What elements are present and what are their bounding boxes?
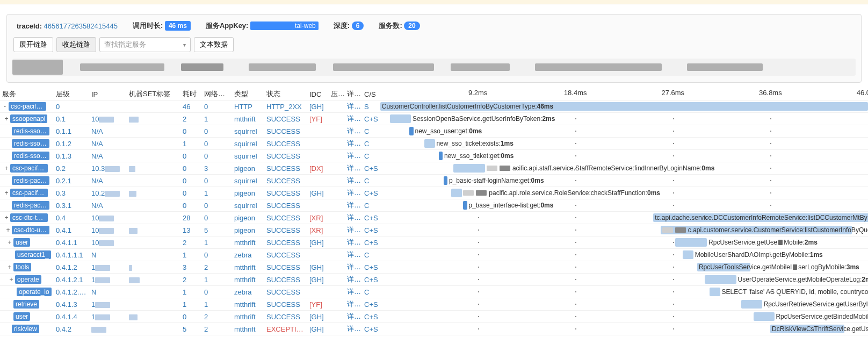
span-bar[interactable] — [451, 189, 462, 197]
ip-cell[interactable]: 10 — [89, 212, 127, 224]
service-pill[interactable]: useracct1_ — [15, 250, 51, 259]
service-pill[interactable]: csc-pacific-se — [10, 189, 48, 197]
level-cell[interactable]: 0.4.1.4 — [54, 311, 89, 323]
level-cell[interactable]: 0.4.1.2 — [54, 261, 89, 274]
level-cell[interactable]: 0.4.1.2.1.1 — [54, 286, 89, 298]
service-pill[interactable]: user — [13, 312, 30, 321]
level-cell[interactable]: 0.5 — [54, 335, 89, 338]
ip-cell[interactable]: N/A — [89, 199, 127, 212]
detail-link[interactable]: 详情 — [345, 175, 362, 187]
span-bar[interactable] — [675, 238, 707, 247]
span-bar[interactable] — [741, 300, 762, 309]
expand-toggle[interactable]: + — [7, 263, 12, 271]
ip-cell[interactable]: N/A — [89, 138, 127, 150]
detail-link[interactable]: 详情 — [345, 298, 362, 311]
span-bar[interactable] — [705, 275, 736, 284]
detail-link[interactable]: 详情 — [345, 125, 362, 138]
ip-cell[interactable]: 1 — [89, 274, 127, 286]
level-cell[interactable]: 0.3.1 — [54, 199, 89, 212]
ip-cell[interactable]: 1 — [89, 335, 127, 338]
level-cell[interactable]: 0.4.1.2.1 — [54, 274, 89, 286]
service-pill[interactable]: tools — [13, 263, 31, 271]
span-bar[interactable] — [409, 127, 413, 135]
service-pill[interactable]: redis-pacific — [12, 176, 49, 185]
detail-link[interactable]: 详情 — [345, 249, 362, 261]
detail-link[interactable]: 详情 — [345, 212, 362, 224]
level-cell[interactable]: 0 — [54, 101, 89, 113]
service-pill[interactable]: redis-sso_pro — [12, 139, 49, 148]
service-filter-select[interactable]: 查找指定服务 ▾ — [99, 37, 191, 52]
expand-tree-button[interactable]: 展开链路 — [13, 37, 53, 52]
expand-toggle[interactable]: + — [4, 189, 9, 197]
service-pill[interactable]: redis-sso_pro — [12, 152, 49, 160]
detail-link[interactable]: 详情 — [345, 150, 362, 162]
level-cell[interactable]: 0.4 — [54, 212, 89, 224]
ip-cell[interactable] — [89, 101, 127, 113]
span-bar[interactable] — [683, 250, 693, 259]
ip-cell[interactable]: 1 — [89, 311, 127, 323]
ip-cell[interactable]: 1 — [89, 261, 127, 274]
service-pill[interactable]: operate — [15, 275, 41, 284]
ip-cell[interactable]: N/A — [89, 175, 127, 187]
service-pill[interactable]: ssoopenapi — [10, 114, 47, 123]
detail-link[interactable]: 详情 — [345, 236, 362, 249]
detail-link[interactable]: 详情 — [345, 199, 362, 212]
expand-toggle[interactable]: - — [2, 103, 8, 110]
detail-link[interactable]: 详情 — [345, 311, 362, 323]
span-bar[interactable] — [390, 114, 411, 123]
expand-toggle[interactable]: + — [4, 214, 9, 221]
span-bar[interactable] — [453, 164, 485, 173]
level-cell[interactable]: 0.1 — [54, 113, 89, 125]
service-pill[interactable]: retrieve — [13, 300, 39, 309]
detail-link[interactable]: 详情 — [345, 187, 362, 199]
ip-cell[interactable]: 10 — [89, 224, 127, 236]
collapse-tree-button[interactable]: 收起链路 — [56, 37, 96, 52]
detail-link[interactable]: 详情 — [345, 274, 362, 286]
ip-cell[interactable]: 10 — [89, 113, 127, 125]
service-pill[interactable]: csc-pacific-po — [9, 102, 46, 111]
level-cell[interactable]: 0.1.2 — [54, 138, 89, 150]
detail-link[interactable]: 详情 — [345, 101, 362, 113]
detail-link[interactable]: 详情 — [345, 323, 362, 335]
expand-toggle[interactable]: + — [4, 115, 9, 123]
ip-cell[interactable] — [89, 323, 127, 335]
detail-link[interactable]: 详情 — [345, 138, 362, 150]
level-cell[interactable]: 0.4.1 — [54, 224, 89, 236]
service-pill[interactable]: operate_lo — [17, 288, 52, 296]
expand-toggle[interactable]: + — [5, 226, 11, 234]
level-cell[interactable]: 0.2 — [54, 162, 89, 175]
level-cell[interactable]: 0.4.2 — [54, 323, 89, 335]
level-cell[interactable]: 0.1.1 — [54, 125, 89, 138]
expand-toggle[interactable]: + — [4, 164, 9, 172]
level-cell[interactable]: 0.4.1.1.1 — [54, 249, 89, 261]
detail-link[interactable]: 详情 — [345, 113, 362, 125]
ip-cell[interactable]: 10.3 — [89, 162, 127, 175]
service-pill[interactable]: csc-dtc-unifie — [12, 226, 49, 234]
span-bar[interactable] — [463, 201, 467, 210]
detail-link[interactable]: 详情 — [345, 286, 362, 298]
detail-link[interactable]: 详情 — [345, 335, 362, 338]
level-cell[interactable]: 0.3 — [54, 187, 89, 199]
service-pill[interactable]: redis-pacific — [12, 201, 49, 210]
span-bar[interactable] — [424, 139, 435, 148]
span-bar[interactable] — [754, 312, 775, 321]
ip-cell[interactable]: 10.2 — [89, 187, 127, 199]
ip-cell[interactable]: N — [89, 249, 127, 261]
expand-toggle[interactable]: + — [9, 276, 14, 283]
level-cell[interactable]: 0.2.1 — [54, 175, 89, 187]
level-cell[interactable]: 0.1.3 — [54, 150, 89, 162]
ip-cell[interactable]: 10 — [89, 236, 127, 249]
span-bar[interactable] — [439, 152, 443, 160]
ip-cell[interactable]: N — [89, 286, 127, 298]
service-pill[interactable]: user — [13, 238, 30, 247]
service-pill[interactable]: csc-pacific-se — [10, 164, 48, 173]
text-data-button[interactable]: 文本数据 — [194, 37, 234, 52]
trace-id-value[interactable]: 4656177263582415445 — [44, 22, 118, 30]
service-pill[interactable]: redis-sso_pro — [12, 127, 49, 135]
ip-cell[interactable]: 1 — [89, 298, 127, 311]
level-cell[interactable]: 0.4.1.1 — [54, 236, 89, 249]
service-pill[interactable]: csc-dtc-taxi-a — [10, 213, 48, 222]
ip-cell[interactable]: N/A — [89, 150, 127, 162]
level-cell[interactable]: 0.4.1.3 — [54, 298, 89, 311]
expand-toggle[interactable]: + — [7, 239, 12, 246]
